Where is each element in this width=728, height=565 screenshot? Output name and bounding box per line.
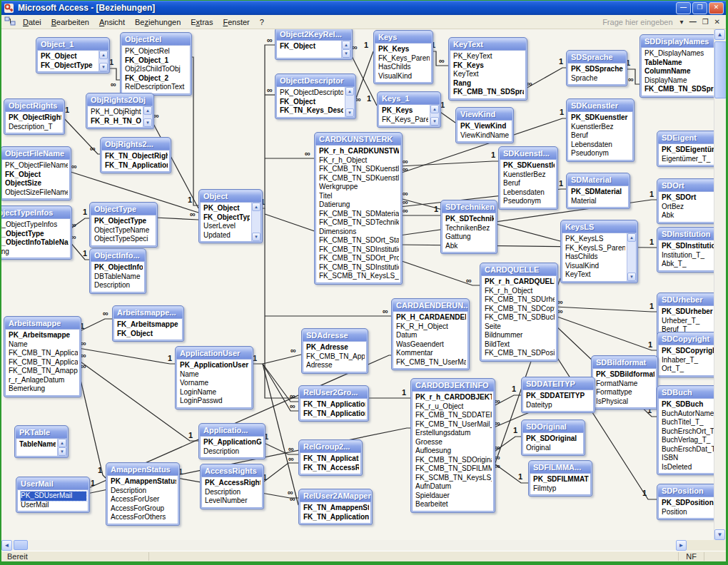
table-title[interactable]: ApplicationUser: [176, 347, 252, 359]
table-title[interactable]: ObjectRel: [121, 34, 191, 45]
field-adresse[interactable]: Adresse: [306, 361, 365, 370]
scroll-up-icon[interactable]: ▲: [143, 106, 152, 115]
field-name[interactable]: Name: [180, 370, 250, 380]
table-reluser2amappen[interactable]: RelUser2AMappenFK_TN_AmappenStatusFK_TN_…: [298, 489, 373, 525]
field-levelnumber[interactable]: LevelNumber: [205, 497, 261, 506]
table-scrollbar[interactable]: ▲▼: [341, 41, 350, 58]
field-beruf[interactable]: Beruf: [571, 131, 631, 141]
field-viewkindname[interactable]: ViewKindName: [460, 131, 510, 141]
field-pk-sdtechniken[interactable]: PK_SDTechniken: [445, 215, 494, 224]
field-accessforothers[interactable]: AccessForOthers: [111, 513, 176, 522]
table-cardaenderun[interactable]: CARDAENDERUN...PK_H_CARDAENDERUNFK_R_H_O…: [391, 298, 470, 370]
field-pk-applicationuser[interactable]: PK_ApplicationUser: [180, 361, 250, 370]
table-scrollbar[interactable]: ▲▼: [57, 439, 66, 456]
field-displayname[interactable]: DisplayName: [644, 76, 722, 86]
field-fk-object[interactable]: FK_Object: [5, 170, 68, 180]
table-title[interactable]: AmappenStatus: [107, 464, 178, 475]
field-pk-objecttypeinfos[interactable]: PK_ObjectTypeInfos: [0, 220, 69, 230]
table-title[interactable]: ObjRights2Obj: [87, 94, 153, 106]
field-eigent-mer-t[interactable]: Eigentümer_T_: [662, 155, 722, 164]
field-description-t[interactable]: Description_T: [9, 123, 61, 132]
field-isphysical[interactable]: IsPhysical: [596, 397, 654, 407]
table-objectdescriptor[interactable]: ObjectDescriptorPK_ObjectDescriptorFK_Ob…: [275, 73, 356, 119]
table-title[interactable]: ObjRights2...: [101, 138, 170, 150]
field-fk-cmb-tn-sdort-standor[interactable]: FK_CMB_TN_SDOrt_Standor: [319, 236, 399, 245]
restore-button[interactable]: ❐: [692, 2, 707, 14]
table-objectrel[interactable]: ObjectRelPK_ObjectRelFK_Object_1Obj2IsCh…: [120, 32, 192, 96]
field-fk-r-h-object[interactable]: FK_r_h_Object: [319, 156, 399, 166]
field-buchtitel-t[interactable]: BuchTitel_T_: [662, 418, 722, 427]
field-pk-sdcopyright[interactable]: PK_SDCopyright: [662, 347, 722, 356]
table-usermail[interactable]: UserMailPK_SDUserMailUserMail: [16, 477, 90, 513]
relationship-line[interactable]: [79, 348, 175, 364]
table-title[interactable]: Keys_1: [378, 93, 440, 104]
relationship-line[interactable]: [400, 161, 498, 166]
field-r-r-anlagedatum[interactable]: r_r_AnlageDatum: [9, 376, 78, 385]
field-gattung[interactable]: Gattung: [445, 233, 494, 242]
table-cardobjektinfo[interactable]: CARDOBJEKTINFOPK_r_h_CARDOBJEKTINFK_r_u_…: [410, 378, 495, 513]
table-applicationuser[interactable]: ApplicationUserPK_ApplicationUserNameVor…: [175, 346, 253, 409]
table-title[interactable]: SDBildformat: [592, 357, 657, 368]
field-aufloesung[interactable]: Aufloesung: [415, 447, 492, 456]
field-bildnummer[interactable]: Bildnummer: [485, 331, 555, 340]
field-objecttypespeci[interactable]: ObjectTypeSpeci: [94, 235, 154, 244]
field-pk-sdeigent-mer[interactable]: PK_SDEigentümer: [662, 146, 722, 155]
table-objectrights[interactable]: ObjectRightsPK_ObjectRightsDescription_T: [4, 98, 65, 135]
table-sdkuenstler[interactable]: SDKuenstlerPK_SDKuenstlerKuenstlerBezBer…: [566, 98, 635, 162]
field-ort-t[interactable]: Ort_T_: [662, 365, 722, 374]
field-pk-arbeitsmappe[interactable]: PK_Arbeitsmappe: [9, 331, 78, 340]
table-title[interactable]: SDDATEITYP: [522, 378, 594, 390]
field-fk-tn-applicationg[interactable]: FK_TN_ApplicationG: [303, 409, 365, 419]
menu-bearbeiten[interactable]: Bearbeiten: [46, 16, 94, 28]
field-dimensions[interactable]: Dimensions: [319, 228, 399, 237]
child-restore-button[interactable]: ❐: [699, 18, 712, 26]
field-abk-t[interactable]: Abk_T_: [662, 260, 722, 269]
field-pk-object[interactable]: PK_Object: [41, 52, 97, 61]
scroll-down-icon[interactable]: ▼: [627, 273, 636, 281]
field-fk-objecttype[interactable]: FK_ObjectType: [0, 230, 69, 239]
table-title[interactable]: SDFILMMA...: [530, 462, 591, 473]
field-wasgeaendert[interactable]: WasGeaendert: [396, 340, 466, 350]
field-isdeleted[interactable]: IsDeleted: [662, 463, 722, 472]
table-cardkunstwerk[interactable]: CARDKUNSTWERKPK_r_h_CARDKUNSTWERKFK_r_h_…: [314, 132, 403, 285]
table-objrights2[interactable]: ObjRights2...FK_TN_ObjectRighFK_TN_Appli…: [100, 137, 171, 173]
field-pk-r-h-cardkunstwerk[interactable]: PK_r_h_CARDKUNSTWERK: [319, 147, 399, 156]
field-material[interactable]: Material: [571, 197, 627, 206]
field-fk-cmb-tn-sdtechniken-1[interactable]: FK_CMB_TN_SDTechniken_1: [319, 218, 399, 228]
relationships-window-icon[interactable]: [4, 16, 15, 27]
scroll-up-icon[interactable]: ▲: [58, 439, 66, 447]
table-reluser2gro[interactable]: RelUser2Gro...FK_TN_ApplicationUFK_TN_Ap…: [298, 385, 369, 422]
field-updated[interactable]: Updated: [203, 231, 250, 240]
menu-fenster[interactable]: Fenster: [218, 16, 254, 28]
field-fk-keys-paren[interactable]: FK_Keys_Paren: [382, 116, 428, 125]
field-fk-cmb-tn-sdinstitution-f[interactable]: FK_CMB_TN_SDInstitution_F: [319, 263, 399, 273]
field-fk-object[interactable]: FK_Object: [280, 98, 343, 107]
table-title[interactable]: CARDKUNSTWERK: [315, 133, 401, 145]
table-title[interactable]: ObjectFileName: [1, 148, 70, 159]
table-sdkuenstl[interactable]: SDKuenstl...PK_SDKuenstlerKuenstlerBezBe…: [498, 146, 558, 210]
field-pk-keys[interactable]: PK_Keys: [382, 106, 428, 116]
table-pktable[interactable]: PKTableTableName▲▼: [14, 425, 69, 458]
field-aufndatum[interactable]: AufnDatum: [415, 482, 492, 492]
field-tablename[interactable]: TableName: [644, 58, 722, 68]
field-dateityp[interactable]: Dateityp: [526, 401, 592, 410]
field-fk-cmb-tn-sdmaterial-ma[interactable]: FK_CMB_TN_SDMaterial_Ma: [319, 210, 399, 219]
field-pk-h-objrights2[interactable]: PK_H_ObjRights2: [91, 108, 141, 117]
scroll-up-icon[interactable]: ▲: [627, 233, 636, 242]
field-fk-object-2[interactable]: FK_Object_2: [125, 74, 188, 83]
field-fk-tn-applicationuser[interactable]: FK_TN_ApplicationUser: [303, 513, 369, 522]
field-fk-cmb-tn-sdbuch-lite[interactable]: FK_CMB_TN_SDBuch_Lite: [485, 313, 555, 322]
vertical-scrollbar[interactable]: ▲ ▼: [714, 29, 726, 540]
field-pk-sdmaterial[interactable]: PK_SDMaterial: [571, 188, 627, 197]
field-pk-viewkind[interactable]: PK_ViewKind: [460, 122, 510, 131]
field-lebensdaten[interactable]: Lebensdaten: [571, 141, 631, 150]
field-bemerkung[interactable]: Bemerkung: [9, 385, 78, 394]
table-title[interactable]: ObjectRights: [5, 100, 64, 111]
table-title[interactable]: CARDQUELLE: [481, 264, 557, 275]
table-keytext[interactable]: KeyTextPK_KeyTextFK_KeysKeyTextRangFK_CM…: [448, 37, 527, 101]
field-pk-r-h-cardobjektin[interactable]: PK_r_h_CARDOBJEKTIN: [415, 393, 492, 402]
field-pk-objectrights[interactable]: PK_ObjectRights: [9, 113, 61, 123]
field-pk-sdbildformat[interactable]: PK_SDBildformat: [596, 370, 654, 380]
field-vorname[interactable]: Vorname: [180, 379, 250, 388]
relationship-line[interactable]: [555, 307, 657, 312]
